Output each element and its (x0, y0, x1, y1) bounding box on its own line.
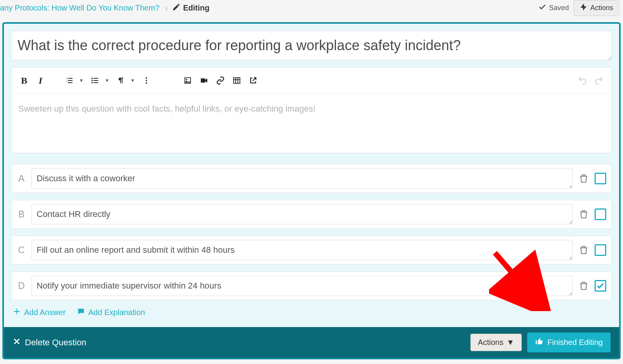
image-button[interactable] (180, 73, 195, 88)
link-button[interactable] (213, 73, 228, 88)
bold-button[interactable]: B (17, 73, 32, 88)
answer-label: A (17, 173, 26, 184)
table-button[interactable] (229, 73, 244, 88)
thumbs-up-icon (535, 337, 544, 348)
saved-label: Saved (549, 4, 569, 12)
svg-point-4 (146, 80, 147, 81)
answer-row: B (11, 200, 612, 229)
answer-label: B (17, 209, 26, 220)
finished-editing-label: Finished Editing (547, 338, 603, 347)
ordered-list-button[interactable] (62, 73, 77, 88)
answer-row: A (11, 164, 612, 193)
add-explanation-label: Add Explanation (88, 308, 145, 317)
italic-button[interactable]: I (33, 73, 48, 88)
delete-question-label: Delete Question (25, 338, 86, 348)
answer-row: D (11, 271, 612, 300)
saved-status: Saved (538, 3, 569, 13)
video-button[interactable] (197, 73, 211, 88)
breadcrumb-current: Editing (183, 4, 209, 12)
delete-question-button[interactable]: Delete Question (12, 337, 86, 348)
answer-input[interactable] (32, 276, 573, 296)
redo-button[interactable] (591, 73, 606, 88)
answer-input[interactable] (32, 204, 573, 224)
svg-point-2 (92, 82, 93, 84)
add-answer-label: Add Answer (24, 308, 66, 317)
correct-answer-checkbox[interactable] (595, 173, 606, 184)
trash-icon (578, 280, 589, 291)
answer-label: D (17, 280, 26, 291)
svg-point-1 (92, 80, 93, 81)
check-icon (538, 3, 547, 13)
open-external-button[interactable] (246, 73, 260, 88)
svg-point-6 (186, 79, 187, 80)
correct-answer-checkbox[interactable] (595, 280, 606, 292)
undo-button[interactable] (575, 73, 590, 88)
question-text-input[interactable] (11, 31, 612, 60)
caret-down-icon: ▼ (507, 338, 514, 347)
footer-actions-label: Actions (478, 338, 503, 347)
card-footer: Delete Question Actions ▼ Finished Editi… (4, 327, 619, 358)
plus-icon (12, 307, 21, 318)
paragraph-caret[interactable]: ▼ (128, 75, 137, 86)
breadcrumb-separator: › (162, 4, 170, 12)
footer-actions-button[interactable]: Actions ▼ (470, 334, 521, 351)
top-actions-button[interactable]: Actions (574, 0, 619, 16)
unordered-list-caret[interactable]: ▼ (102, 75, 112, 86)
delete-answer-button[interactable] (578, 173, 589, 184)
delete-answer-button[interactable] (578, 280, 589, 291)
delete-answer-button[interactable] (578, 209, 589, 220)
breadcrumb-parent-link[interactable]: any Protocols: How Well Do You Know Them… (0, 4, 162, 12)
svg-point-0 (92, 78, 93, 79)
editor-content-area[interactable]: Sweeten up this question with cool facts… (11, 94, 612, 153)
trash-icon (578, 245, 589, 256)
paragraph-format-button[interactable] (113, 73, 128, 88)
correct-answer-checkbox[interactable] (595, 208, 606, 220)
trash-icon (578, 173, 589, 184)
finished-editing-button[interactable]: Finished Editing (527, 332, 611, 352)
unordered-list-button[interactable] (88, 73, 102, 88)
correct-answer-checkbox[interactable] (595, 244, 606, 256)
top-actions-label: Actions (590, 4, 613, 12)
editor-toolbar: B I ▼ ▼ ▼ (11, 68, 612, 94)
pencil-icon (170, 3, 183, 13)
answer-label: C (17, 245, 26, 256)
ordered-list-caret[interactable]: ▼ (77, 75, 86, 86)
delete-answer-button[interactable] (578, 245, 589, 256)
top-bar: any Protocols: How Well Do You Know Them… (0, 0, 623, 20)
question-editor-card: B I ▼ ▼ ▼ (2, 22, 621, 359)
svg-rect-7 (233, 78, 240, 84)
answer-input[interactable] (32, 240, 573, 260)
answer-row: C (11, 236, 612, 264)
add-explanation-link[interactable]: Add Explanation (77, 307, 145, 318)
rich-text-editor: B I ▼ ▼ ▼ (11, 67, 612, 153)
add-answer-link[interactable]: Add Answer (12, 307, 66, 318)
check-icon (596, 282, 605, 290)
more-button[interactable] (139, 73, 154, 88)
close-icon (12, 337, 21, 348)
svg-point-5 (146, 82, 147, 84)
answer-input[interactable] (32, 168, 573, 189)
comment-icon (77, 307, 85, 318)
svg-point-3 (146, 77, 147, 79)
answers-list: ABCD (11, 164, 612, 300)
bolt-icon (579, 3, 588, 13)
trash-icon (578, 209, 589, 220)
